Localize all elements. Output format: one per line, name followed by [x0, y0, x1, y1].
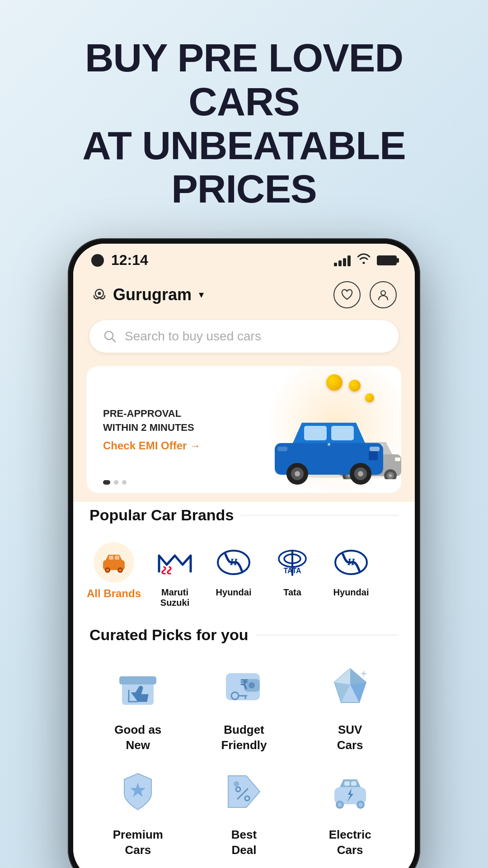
svg-rect-66	[351, 781, 357, 786]
location-selector[interactable]: Gurugram ▾	[91, 285, 204, 304]
location-pin-icon	[91, 287, 108, 303]
svg-point-70	[358, 802, 363, 807]
best-deal-label: BestDeal	[231, 827, 257, 858]
svg-rect-65	[344, 781, 350, 786]
premium-cars-icon	[108, 762, 167, 821]
premium-cars-label: PremiumCars	[113, 827, 163, 858]
svg-rect-7	[304, 426, 327, 440]
banner-cta-text: Check EMI Offer →	[103, 439, 201, 452]
dot-inactive-2	[122, 480, 127, 485]
electric-cars-icon	[321, 762, 380, 821]
curated-item-suv-cars[interactable]: SUVCars	[301, 657, 399, 753]
phone-screen: 12:14	[73, 244, 415, 868]
svg-text:₹: ₹	[240, 678, 248, 692]
svg-text:TATA: TATA	[283, 567, 301, 575]
svg-rect-9	[370, 447, 380, 451]
status-bar: 12:14	[73, 244, 415, 272]
time-display: 12:14	[111, 252, 148, 269]
svg-rect-31	[109, 556, 113, 560]
banner-pagination-dots	[103, 480, 127, 485]
search-icon	[103, 330, 117, 343]
electric-cars-label: ElectricCars	[329, 827, 371, 858]
tata-icon: TATA	[272, 542, 313, 583]
brand-label-maruti: Maruti Suzuki	[160, 587, 189, 608]
dot-active	[103, 480, 110, 485]
good-as-new-icon	[108, 657, 167, 716]
svg-rect-10	[277, 447, 287, 451]
hero-title: BUY PRE LOVED CARS AT UNBEATABLE PRICES	[0, 0, 488, 238]
maruti-suzuki-icon	[155, 542, 195, 583]
suv-cars-label: SUVCars	[337, 722, 363, 753]
curated-picks-title-text: Curated Picks for you	[89, 626, 248, 644]
good-as-new-label: Good asNew	[114, 722, 161, 753]
profile-button[interactable]	[370, 281, 397, 308]
svg-point-1	[98, 292, 101, 295]
brand-item-maruti-suzuki[interactable]: Maruti Suzuki	[145, 538, 204, 613]
svg-rect-32	[115, 556, 119, 560]
curated-item-premium-cars[interactable]: PremiumCars	[89, 762, 187, 858]
curated-item-budget-friendly[interactable]: ₹ BudgetFriendly	[196, 657, 293, 753]
dot-inactive-1	[114, 480, 118, 485]
camera-dot	[91, 254, 104, 267]
wifi-icon	[357, 253, 371, 268]
svg-text:H: H	[229, 556, 238, 567]
curated-picks-grid: Good asNew ₹	[73, 653, 415, 867]
car-icon	[101, 551, 127, 574]
best-deal-icon	[215, 762, 273, 821]
hyundai-1-icon: H	[213, 542, 254, 583]
banner-section[interactable]: PRE-APPROVALWITHIN 2 MINUTES Check EMI O…	[87, 366, 401, 493]
search-bar-container: Search to buy used cars	[73, 316, 415, 362]
svg-point-2	[381, 291, 385, 295]
curated-section-line	[255, 635, 399, 636]
status-time-area: 12:14	[91, 252, 148, 269]
brand-item-tata[interactable]: TATA Tata	[263, 538, 322, 613]
hero-title-line1: BUY PRE LOVED CARS	[85, 35, 403, 124]
location-text: Gurugram	[113, 285, 192, 304]
white-content-area: Popular Car Brands	[73, 502, 415, 868]
svg-point-49	[249, 682, 255, 689]
svg-point-36	[119, 569, 122, 571]
svg-marker-58	[334, 669, 350, 684]
svg-rect-8	[331, 426, 354, 440]
heart-icon	[341, 288, 353, 301]
hero-title-line2: AT UNBEATABLE PRICES	[82, 123, 405, 212]
section-title-line	[241, 515, 399, 516]
budget-friendly-label: BudgetFriendly	[221, 722, 267, 753]
brand-item-all-brands[interactable]: All Brands	[82, 538, 145, 613]
blue-suv-car-icon	[261, 398, 397, 488]
curated-item-good-as-new[interactable]: Good asNew	[89, 657, 187, 753]
svg-text:H: H	[347, 556, 355, 567]
brands-row: All Brands Ma	[73, 533, 415, 622]
app-header: Gurugram ▾	[73, 272, 415, 316]
budget-friendly-icon: ₹	[215, 657, 273, 716]
battery-icon	[377, 255, 397, 265]
svg-point-34	[106, 569, 109, 571]
curated-item-electric-cars[interactable]: ElectricCars	[301, 762, 399, 858]
svg-point-13	[295, 471, 300, 476]
svg-point-18	[328, 443, 330, 446]
svg-rect-46	[119, 676, 156, 684]
curated-item-best-deal[interactable]: BestDeal	[196, 762, 293, 858]
suv-cars-icon	[321, 657, 380, 716]
user-icon	[377, 288, 389, 301]
brand-item-hyundai-2[interactable]: H Hyundai	[322, 538, 380, 613]
main-wrapper: BUY PRE LOVED CARS AT UNBEATABLE PRICES …	[0, 0, 488, 868]
all-brands-icon	[94, 542, 134, 583]
signal-icon	[334, 255, 351, 266]
status-icons	[334, 253, 397, 268]
phone-mockup: 12:14	[68, 238, 420, 868]
svg-rect-17	[369, 451, 378, 460]
favorites-button[interactable]	[333, 281, 361, 308]
brand-label-tata: Tata	[283, 587, 301, 598]
svg-point-68	[338, 802, 342, 807]
search-bar[interactable]: Search to buy used cars	[89, 320, 399, 353]
svg-point-60	[234, 781, 239, 787]
brand-item-hyundai-1[interactable]: H Hyundai	[204, 538, 263, 613]
brand-label-hyundai-1: Hyundai	[216, 587, 252, 598]
popular-brands-title-text: Popular Car Brands	[89, 506, 234, 524]
brand-label-hyundai-2: Hyundai	[333, 587, 369, 598]
curated-picks-section-title: Curated Picks for you	[73, 622, 415, 653]
hyundai-2-icon: H	[331, 542, 371, 583]
header-icons	[333, 281, 397, 308]
brand-label-all-brands: All Brands	[87, 587, 141, 600]
